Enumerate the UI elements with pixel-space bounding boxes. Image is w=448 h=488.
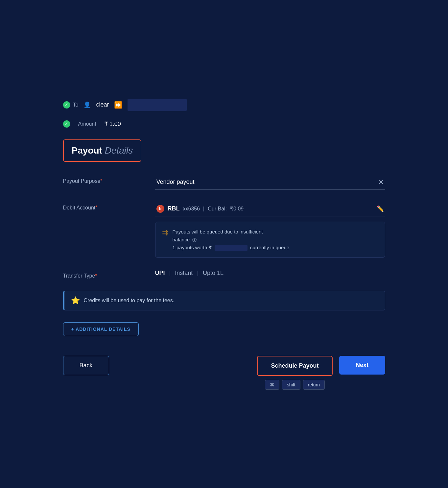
key-return: return — [303, 380, 325, 390]
section-title: Payout Details — [72, 145, 133, 156]
transfer-type-field: UPI | Instant | Upto 1L — [155, 270, 385, 277]
name-redacted-box — [128, 99, 187, 111]
keyboard-hints: ⌘ shift return — [265, 380, 325, 390]
debit-account-label: Debit Account* — [63, 202, 155, 211]
payout-purpose-value: Vendor payout — [156, 179, 195, 185]
section-title-box: Payout Details — [63, 139, 142, 162]
debit-account-row: Debit Account* b RBL xx6356 | Cur Bal: ₹… — [63, 202, 385, 258]
warning-line1: Payouts will be queued due to insufficie… — [173, 228, 291, 236]
amount-value: ₹ 1.00 — [104, 120, 121, 128]
debit-account-required: * — [95, 205, 97, 210]
key-cmd: ⌘ — [265, 380, 279, 390]
transfer-type-value: UPI | Instant | Upto 1L — [155, 270, 385, 277]
amount-row: ✓ Amount ₹ 1.00 — [63, 120, 385, 128]
debit-account-info-row: b RBL xx6356 | Cur Bal: ₹0.09 ✏️ — [155, 202, 385, 216]
back-button[interactable]: Back — [63, 356, 109, 375]
additional-details-button[interactable]: + ADDITIONAL DETAILS — [63, 322, 139, 336]
to-status-item: ✓ To — [63, 101, 79, 109]
bank-logo: b — [156, 205, 164, 213]
edit-icon[interactable]: ✏️ — [377, 205, 384, 212]
payout-purpose-field[interactable]: Vendor payout ✕ — [155, 175, 385, 190]
debit-account-info: b RBL xx6356 | Cur Bal: ₹0.09 — [156, 205, 244, 213]
bottom-buttons: Back Schedule Payout ⌘ shift return Next — [63, 356, 385, 390]
next-button[interactable]: Next — [339, 356, 385, 375]
section-title-bold: Payout — [72, 145, 102, 156]
transfer-method: UPI — [155, 270, 165, 276]
info-circle-icon: ⓘ — [192, 237, 197, 242]
payout-purpose-row: Payout Purpose* Vendor payout ✕ — [63, 175, 385, 190]
cur-bal-label: Cur Bal: — [208, 206, 227, 212]
redacted-amount — [215, 245, 248, 251]
insufficient-balance-warning: ⇉ Payouts will be queued due to insuffic… — [155, 222, 385, 258]
credits-notice-box: ⭐ Credits will be used to pay for the fe… — [63, 291, 385, 310]
credits-text: Credits will be used to pay for the fees… — [84, 298, 175, 304]
payout-purpose-select[interactable]: Vendor payout ✕ — [155, 175, 385, 190]
amount-check-icon: ✓ — [63, 120, 70, 128]
to-label: To — [73, 102, 79, 108]
cur-bal-value: ₹0.09 — [230, 206, 244, 212]
transfer-separator1: | — [169, 270, 173, 276]
page-container: ✓ To 👤 clear ⏩ ✓ Amount ₹ 1.00 Payout De… — [43, 85, 405, 403]
warning-line2: balance ⓘ — [173, 236, 291, 244]
queue-icon: ⇉ — [162, 229, 168, 237]
transfer-type-row: Transfer Type* UPI | Instant | Upto 1L — [63, 270, 385, 279]
warning-content: Payouts will be queued due to insufficie… — [173, 228, 291, 252]
to-check-icon: ✓ — [63, 101, 70, 109]
key-shift: shift — [282, 380, 300, 390]
debit-account-field: b RBL xx6356 | Cur Bal: ₹0.09 ✏️ ⇉ Payou… — [155, 202, 385, 258]
clear-link[interactable]: clear — [96, 101, 109, 108]
person-icon: 👤 — [83, 101, 91, 109]
warning-line3: 1 payouts worth ₹ currently in queue. — [173, 244, 291, 252]
status-bar: ✓ To 👤 clear ⏩ — [63, 99, 385, 111]
schedule-payout-button[interactable]: Schedule Payout — [257, 356, 332, 376]
transfer-limit: Upto 1L — [203, 270, 224, 276]
separator1: | — [203, 206, 204, 212]
star-icon: ⭐ — [71, 296, 80, 305]
transfer-type-label: Transfer Type* — [63, 270, 155, 279]
payout-purpose-label: Payout Purpose* — [63, 175, 155, 184]
transfer-separator2: | — [197, 270, 200, 276]
payout-purpose-required: * — [100, 178, 102, 184]
forward-arrow-icon: ⏩ — [114, 101, 122, 109]
amount-label: Amount — [78, 121, 96, 127]
transfer-speed: Instant — [175, 270, 193, 276]
transfer-type-required: * — [95, 273, 97, 279]
bank-account-last4: xx6356 — [183, 206, 200, 212]
schedule-payout-group: Schedule Payout ⌘ shift return — [257, 356, 332, 390]
section-title-italic: Details — [105, 145, 133, 156]
payout-purpose-clear-icon[interactable]: ✕ — [378, 178, 384, 186]
bank-name: RBL — [168, 205, 180, 212]
